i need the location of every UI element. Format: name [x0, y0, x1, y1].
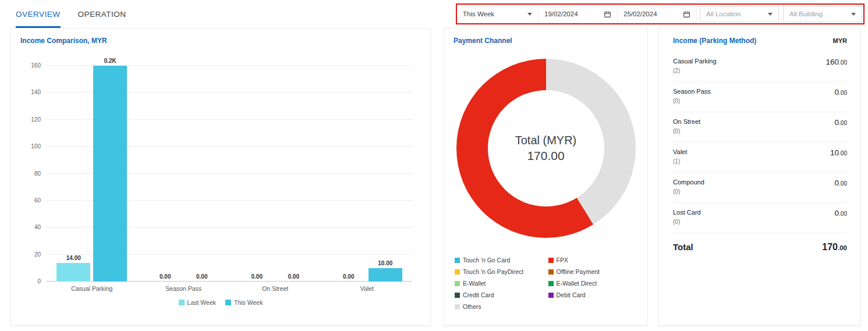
x-axis-label: On Street [229, 285, 321, 292]
bar-value-label: 10.00 [378, 260, 392, 266]
filter-bar-annotation-highlight: This Week 19/02/2024 25/02/2024 All L [456, 3, 865, 24]
row-amount: 160.00 [826, 58, 847, 66]
row-label: Season Pass [673, 88, 711, 95]
dashboard-main: Income Comparison, MYR 02040608010012014… [0, 28, 868, 331]
legend-swatch [225, 300, 231, 305]
legend-item: Others [455, 303, 545, 310]
x-axis-labels: Casual ParkingSeason PassOn StreetValet [46, 285, 413, 292]
table-row: Valet (1) 10.00 [673, 143, 847, 173]
date-from-input[interactable]: 19/02/2024 [538, 5, 618, 23]
bar-slot: 0.00 [240, 66, 274, 282]
calendar-icon[interactable] [683, 10, 690, 18]
date-from-value: 19/02/2024 [544, 10, 578, 17]
row-count: (1) [673, 158, 687, 165]
legend-swatch [179, 300, 185, 305]
row-count: (2) [673, 67, 717, 74]
row-amount: 0.00 [835, 179, 847, 187]
legend-label: Last Week [187, 299, 216, 306]
donut-total-value: 170.00 [527, 149, 564, 163]
legend-item: Touch 'n Go Card [455, 257, 545, 264]
bar-group: 0.000.00 [229, 66, 321, 282]
y-tick-label: 120 [31, 116, 41, 123]
legend-swatch [455, 258, 460, 263]
row-count: (0) [673, 128, 700, 134]
payment-channel-card: Payment Channel Total (MYR) 170.00 Touch… [444, 28, 648, 326]
table-row: On Street (0) 0.00 [673, 112, 847, 143]
table-row: Season Pass (0) 0.00 [673, 82, 847, 112]
bar-groups: 14.000.2K0.000.000.000.000.0010.00 [46, 66, 413, 282]
table-row: Lost Card (0) 0.00 [673, 203, 847, 233]
legend-item: E-Wallet Direct [548, 280, 639, 287]
tab-operation[interactable]: OPERATION [78, 0, 126, 28]
payment-channel-donut: Total (MYR) 170.00 [456, 59, 636, 238]
legend-label: Others [463, 303, 481, 310]
y-tick-label: 0 [37, 278, 41, 284]
y-tick-label: 60 [34, 197, 41, 204]
bar-chart-plot-area: 14.000.2K0.000.000.000.000.0010.00 [46, 66, 413, 282]
location-select-placeholder: All Location [706, 10, 741, 17]
date-to-input[interactable]: 25/02/2024 [618, 5, 697, 23]
legend-label: Touch 'n Go PayDirect [463, 268, 523, 275]
legend-item: E-Wallet [455, 280, 545, 287]
income-comparison-title: Income Comparison, MYR [20, 37, 421, 45]
bar-value-label: 0.2K [104, 58, 116, 64]
location-select[interactable]: All Location [700, 6, 779, 22]
chevron-down-icon [527, 13, 532, 16]
period-select-value: This Week [463, 10, 494, 17]
bar-slot: 0.00 [148, 66, 182, 282]
total-row: Total 170.00 [673, 233, 847, 261]
top-bar: OVERVIEW OPERATION This Week 19/02/2024 … [0, 0, 868, 28]
row-label: On Street [673, 118, 700, 125]
legend-item: Offline Payment [548, 268, 639, 275]
calendar-icon[interactable] [604, 10, 611, 18]
period-select[interactable]: This Week [457, 5, 538, 23]
y-tick-label: 20 [34, 251, 41, 258]
legend-label: Offline Payment [557, 268, 600, 275]
bar-group: 0.000.00 [138, 66, 230, 282]
y-tick-label: 40 [34, 224, 41, 230]
legend-item: Credit Card [455, 291, 545, 298]
income-table-rows: Casual Parking (2) 160.00 Season Pass (0… [673, 52, 847, 261]
bar-group: 14.000.2K [46, 66, 138, 282]
income-table-header: Income (Parking Method) MYR [673, 37, 847, 45]
legend-swatch [455, 304, 460, 309]
legend-swatch [548, 269, 554, 275]
legend-label: This Week [234, 299, 263, 306]
row-label: Valet [673, 148, 687, 155]
legend-label: Debit Card [557, 291, 586, 298]
currency-label: MYR [833, 37, 847, 44]
legend-swatch [455, 281, 460, 286]
payment-channel-title: Payment Channel [454, 37, 638, 45]
chevron-down-icon [768, 13, 773, 16]
legend-item: This Week [225, 299, 263, 306]
y-tick-label: 100 [31, 143, 41, 150]
income-table-title: Income (Parking Method) [673, 37, 756, 45]
payment-channel-legend: Touch 'n Go CardFPXTouch 'n Go PayDirect… [454, 257, 638, 310]
tab-overview[interactable]: OVERVIEW [16, 0, 61, 28]
legend-label: FPX [557, 257, 568, 264]
total-amount: 170.00 [822, 242, 847, 252]
legend-item: Touch 'n Go PayDirect [455, 268, 545, 275]
bar-last-week [56, 263, 90, 282]
row-label: Lost Card [673, 209, 701, 216]
row-amount: 10.00 [830, 148, 847, 157]
legend-swatch [455, 293, 460, 298]
chevron-down-icon [851, 13, 856, 16]
date-to-value: 25/02/2024 [623, 10, 657, 17]
bar-this-week [93, 66, 127, 282]
bar-slot: 0.00 [332, 66, 366, 282]
income-parking-method-card: Income (Parking Method) MYR Casual Parki… [658, 28, 860, 326]
row-count: (0) [673, 219, 701, 225]
row-amount: 0.00 [835, 118, 847, 127]
tab-strip: OVERVIEW OPERATION [16, 0, 126, 28]
building-select[interactable]: All Building [783, 6, 862, 22]
legend-swatch [455, 269, 460, 275]
legend-label: Credit Card [463, 291, 494, 298]
bar-value-label: 0.00 [288, 273, 299, 280]
bar-value-label: 0.00 [160, 273, 171, 280]
table-row: Compound (0) 0.00 [673, 173, 847, 203]
donut-total-label: Total (MYR) [515, 134, 577, 147]
y-tick-label: 140 [31, 89, 41, 95]
row-label: Casual Parking [673, 58, 717, 65]
row-count: (0) [673, 98, 711, 104]
